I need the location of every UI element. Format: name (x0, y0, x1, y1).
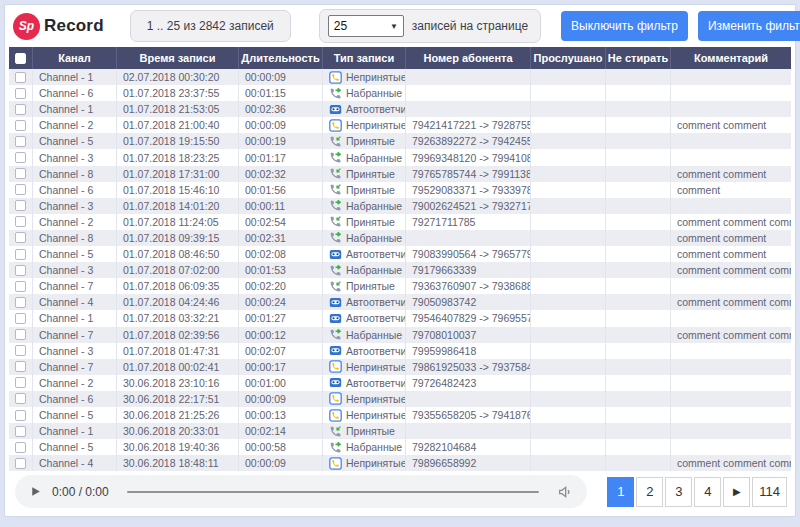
play-icon[interactable] (29, 485, 42, 498)
row-listened (531, 375, 606, 391)
table-row[interactable]: Channel - 301.07.2018 07:02:0000:01:53На… (9, 262, 791, 278)
row-duration: 00:00:09 (239, 391, 323, 407)
table-row[interactable]: Channel - 301.07.2018 14:01:2000:00:11На… (9, 198, 791, 214)
player-progress-bar[interactable] (127, 491, 540, 493)
row-checkbox[interactable] (9, 375, 33, 391)
row-checkbox[interactable] (9, 166, 33, 182)
header-comment[interactable]: Комментарий (671, 47, 791, 69)
next-page-button[interactable]: ▶ (723, 477, 750, 507)
volume-icon[interactable] (557, 484, 573, 500)
table-row[interactable]: Channel - 701.07.2018 02:39:5600:00:12На… (9, 327, 791, 343)
row-checkbox[interactable] (9, 343, 33, 359)
row-checkbox[interactable] (9, 310, 33, 326)
row-record-type: Автоответчик (323, 101, 406, 117)
row-record-type: Непринятые (323, 69, 406, 85)
missed-call-icon (329, 360, 342, 373)
row-checkbox[interactable] (9, 230, 33, 246)
row-comment (671, 69, 791, 85)
outgoing-call-icon (329, 441, 342, 454)
row-checkbox[interactable] (9, 359, 33, 375)
header-record-type[interactable]: Тип записи (323, 47, 406, 69)
row-checkbox[interactable] (9, 69, 33, 85)
page-button-2[interactable]: 2 (636, 477, 663, 507)
row-checkbox[interactable] (9, 407, 33, 423)
table-row[interactable]: Channel - 301.07.2018 01:47:3100:02:07Ав… (9, 343, 791, 359)
row-duration: 00:02:08 (239, 246, 323, 262)
table-row[interactable]: Channel - 101.07.2018 03:32:2100:01:27Ав… (9, 310, 791, 326)
table-row[interactable]: Channel - 201.07.2018 11:24:0500:02:54Пр… (9, 214, 791, 230)
table-row[interactable]: Channel - 601.07.2018 15:46:1000:01:56Пр… (9, 182, 791, 198)
edit-filter-button[interactable]: Изменить фильтр (698, 11, 800, 41)
table-row[interactable]: Channel - 102.07.2018 00:30:2000:00:09Не… (9, 69, 791, 85)
header-subscriber-number[interactable]: Номер абонента (406, 47, 531, 69)
row-comment: comment comment (671, 117, 791, 133)
row-record-type: Принятые (323, 133, 406, 149)
row-checkbox[interactable] (9, 246, 33, 262)
row-duration: 00:01:53 (239, 262, 323, 278)
record-type-label: Набранные (346, 264, 402, 276)
table-row[interactable]: Channel - 801.07.2018 09:39:1500:02:31На… (9, 230, 791, 246)
header-listened[interactable]: Прослушано (531, 47, 606, 69)
table-row[interactable]: Channel - 401.07.2018 04:24:4600:00:24Ав… (9, 294, 791, 310)
row-duration: 00:00:13 (239, 407, 323, 423)
page-size-value: 25 (334, 19, 347, 33)
select-all-checkbox[interactable] (9, 47, 33, 69)
page-size-select[interactable]: 25 ▼ (328, 15, 404, 37)
row-checkbox[interactable] (9, 278, 33, 294)
row-record-time: 01.07.2018 14:01:20 (117, 198, 239, 214)
row-checkbox[interactable] (9, 294, 33, 310)
row-do-not-erase (606, 85, 671, 101)
row-checkbox[interactable] (9, 439, 33, 455)
table-row[interactable]: Channel - 430.06.2018 18:48:1100:00:09Не… (9, 455, 791, 471)
record-type-label: Принятые (346, 184, 395, 196)
row-checkbox[interactable] (9, 455, 33, 471)
row-checkbox[interactable] (9, 423, 33, 439)
row-listened (531, 359, 606, 375)
row-checkbox[interactable] (9, 85, 33, 101)
header-duration[interactable]: Длительность (239, 47, 323, 69)
table-row[interactable]: Channel - 701.07.2018 06:09:3500:02:20Пр… (9, 278, 791, 294)
header-channel[interactable]: Канал (33, 47, 117, 69)
row-checkbox[interactable] (9, 149, 33, 165)
row-checkbox[interactable] (9, 214, 33, 230)
table-row[interactable]: Channel - 530.06.2018 19:40:3600:00:58На… (9, 439, 791, 455)
row-checkbox[interactable] (9, 182, 33, 198)
table-row[interactable]: Channel - 501.07.2018 08:46:5000:02:08Ав… (9, 246, 791, 262)
row-checkbox[interactable] (9, 101, 33, 117)
row-checkbox[interactable] (9, 327, 33, 343)
row-checkbox[interactable] (9, 133, 33, 149)
table-row[interactable]: Channel - 130.06.2018 20:33:0100:02:14Пр… (9, 423, 791, 439)
row-checkbox[interactable] (9, 117, 33, 133)
row-subscriber-number (406, 423, 531, 439)
header-do-not-erase[interactable]: Не стирать (606, 47, 671, 69)
sprecord-app: Sp Record 1 .. 25 из 2842 записей 25 ▼ з… (4, 4, 796, 517)
incoming-call-icon (329, 425, 342, 438)
row-record-time: 30.06.2018 22:17:51 (117, 391, 239, 407)
header-record-time[interactable]: Время записи (117, 47, 239, 69)
table-row[interactable]: Channel - 630.06.2018 22:17:5100:00:09Не… (9, 391, 791, 407)
record-type-label: Принятые (346, 425, 395, 437)
row-checkbox[interactable] (9, 262, 33, 278)
checkbox-icon (15, 345, 26, 356)
page-button-3[interactable]: 3 (665, 477, 692, 507)
page-button-114[interactable]: 114 (752, 477, 787, 507)
audio-player[interactable]: 0:00 / 0:00 (15, 475, 587, 508)
table-row[interactable]: Channel - 501.07.2018 19:15:5000:00:19Пр… (9, 133, 791, 149)
table-row[interactable]: Channel - 301.07.2018 18:23:2500:01:17На… (9, 149, 791, 165)
row-channel: Channel - 5 (33, 407, 117, 423)
table-row[interactable]: Channel - 801.07.2018 17:31:0000:02:32Пр… (9, 166, 791, 182)
table-row[interactable]: Channel - 230.06.2018 23:10:1600:01:00Ав… (9, 375, 791, 391)
table-row[interactable]: Channel - 101.07.2018 21:53:0500:02:36Ав… (9, 101, 791, 117)
table-row[interactable]: Channel - 601.07.2018 23:37:5500:01:15На… (9, 85, 791, 101)
row-record-type: Автоответчик (323, 310, 406, 326)
row-checkbox[interactable] (9, 198, 33, 214)
table-row[interactable]: Channel - 530.06.2018 21:25:2600:00:13Не… (9, 407, 791, 423)
row-checkbox[interactable] (9, 391, 33, 407)
missed-call-icon (329, 119, 342, 132)
disable-filter-button[interactable]: Выключить фильтр (561, 11, 688, 41)
table-row[interactable]: Channel - 201.07.2018 21:00:4000:00:09Не… (9, 117, 791, 133)
page-button-4[interactable]: 4 (694, 477, 721, 507)
table-row[interactable]: Channel - 701.07.2018 00:02:4100:00:17Не… (9, 359, 791, 375)
record-type-label: Принятые (346, 135, 395, 147)
page-button-1[interactable]: 1 (607, 477, 634, 507)
